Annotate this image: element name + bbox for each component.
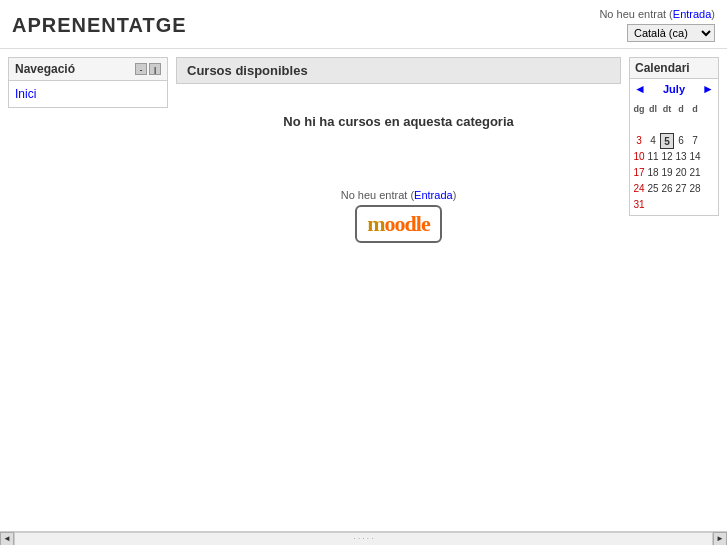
right-panel: Calendari ◄ July ► dg dl dt d d <box>629 57 719 441</box>
sidebar: Navegació - | Inici <box>8 57 168 441</box>
calendar-prev-arrow[interactable]: ◄ <box>634 82 646 96</box>
cal-day-empty4 <box>688 197 702 213</box>
nav-content: Inici <box>9 81 167 107</box>
cal-day-17: 17 <box>632 165 646 181</box>
cal-day-6: 6 <box>674 133 688 149</box>
cal-day-14: 14 <box>688 149 702 165</box>
cal-header-dg: dg <box>632 101 646 117</box>
courses-header: Cursos disponibles <box>176 57 621 84</box>
cal-day-28: 28 <box>688 181 702 197</box>
calendar-header-row: dg dl dt d d <box>632 101 716 117</box>
calendar-week-3: 10 11 12 13 14 <box>632 149 716 165</box>
cal-day <box>660 117 674 133</box>
main-layout: Navegació - | Inici Cursos disponibles N… <box>0 49 727 449</box>
header-login-text: No heu entrat (Entrada) <box>599 8 715 20</box>
header-login-label: No heu entrat <box>599 8 666 20</box>
moodle-logo-wrap[interactable]: moodle <box>355 205 441 243</box>
nav-block: Navegació - | Inici <box>8 57 168 108</box>
site-title: APRENENTATGE <box>12 14 187 37</box>
calendar-block: Calendari ◄ July ► dg dl dt d d <box>629 57 719 216</box>
cal-day-7: 7 <box>688 133 702 149</box>
calendar-month[interactable]: July <box>663 83 685 95</box>
cal-day <box>688 117 702 133</box>
calendar-grid: dg dl dt d d 3 4 5 <box>630 99 718 215</box>
lang-select-wrap: Català (ca) English (en) Español (es) <box>627 24 715 42</box>
nav-dock-icon[interactable]: | <box>149 63 161 75</box>
moodle-logo: moodle <box>367 211 429 237</box>
cal-day <box>646 117 660 133</box>
nav-block-header: Navegació - | <box>9 58 167 81</box>
calendar-week-1 <box>632 117 716 133</box>
cal-day-25: 25 <box>646 181 660 197</box>
cal-day-26: 26 <box>660 181 674 197</box>
footer-login-text: No heu entrat (Entrada) <box>176 189 621 201</box>
moodle-rest: oodle <box>385 211 430 236</box>
footer-content: No heu entrat (Entrada) moodle <box>176 189 621 263</box>
cal-header-dj: d <box>688 101 702 117</box>
header-right: No heu entrat (Entrada) Català (ca) Engl… <box>599 8 715 42</box>
cal-day-20: 20 <box>674 165 688 181</box>
cal-day-11: 11 <box>646 149 660 165</box>
cal-day-12: 12 <box>660 149 674 165</box>
cal-day-24: 24 <box>632 181 646 197</box>
calendar-title: Calendari <box>630 58 718 79</box>
cal-day-3: 3 <box>632 133 646 149</box>
cal-day-10: 10 <box>632 149 646 165</box>
content-area: Cursos disponibles No hi ha cursos en aq… <box>176 57 621 441</box>
nav-link-home[interactable]: Inici <box>15 87 36 101</box>
calendar-week-6: 31 <box>632 197 716 213</box>
cal-day <box>632 117 646 133</box>
nav-collapse-icon[interactable]: - <box>135 63 147 75</box>
calendar-nav: ◄ July ► <box>630 79 718 99</box>
cal-header-dc: d <box>674 101 688 117</box>
nav-block-title: Navegació <box>15 62 75 76</box>
cal-day-18: 18 <box>646 165 660 181</box>
calendar-week-5: 24 25 26 27 28 <box>632 181 716 197</box>
cal-day-5-today: 5 <box>660 133 674 149</box>
cal-header-dt: dt <box>660 101 674 117</box>
header-login-link[interactable]: Entrada <box>673 8 712 20</box>
cal-day-4: 4 <box>646 133 660 149</box>
cal-day-13: 13 <box>674 149 688 165</box>
nav-header-icons: - | <box>135 63 161 75</box>
cal-day-21: 21 <box>688 165 702 181</box>
calendar-week-4: 17 18 19 20 21 <box>632 165 716 181</box>
cal-header-dl: dl <box>646 101 660 117</box>
cal-day-empty2 <box>660 197 674 213</box>
no-courses-message: No hi ha cursos en aquesta categoria <box>176 114 621 129</box>
calendar-next-arrow[interactable]: ► <box>702 82 714 96</box>
cal-day-19: 19 <box>660 165 674 181</box>
cal-day-empty3 <box>674 197 688 213</box>
cal-day-empty <box>646 197 660 213</box>
footer-login-link[interactable]: Entrada <box>414 189 453 201</box>
header: APRENENTATGE No heu entrat (Entrada) Cat… <box>0 0 727 49</box>
moodle-m: m <box>367 211 384 236</box>
footer-login-label: No heu entrat <box>341 189 408 201</box>
language-selector[interactable]: Català (ca) English (en) Español (es) <box>627 24 715 42</box>
cal-day <box>674 117 688 133</box>
cal-day-31: 31 <box>632 197 646 213</box>
cal-day-27: 27 <box>674 181 688 197</box>
calendar-week-2: 3 4 5 6 7 <box>632 133 716 149</box>
